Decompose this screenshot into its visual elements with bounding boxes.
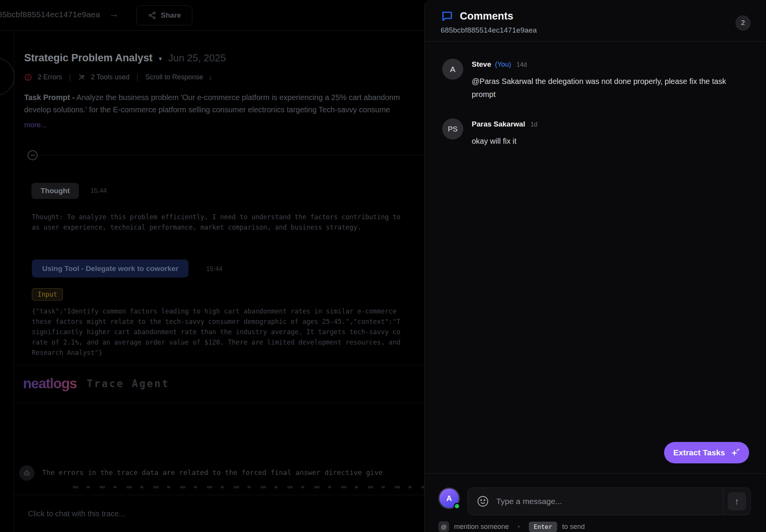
- share-icon: [148, 11, 156, 20]
- trace-header: Strategic Problem Analyst ▼ Jun 25, 2025: [24, 52, 226, 64]
- minus-icon: [31, 155, 35, 156]
- task-prompt-label: Task Prompt -: [24, 93, 75, 102]
- arrow-down-icon: ↓: [208, 73, 212, 81]
- share-button[interactable]: Share: [136, 5, 192, 25]
- comment-author[interactable]: Steve: [472, 60, 491, 69]
- send-button[interactable]: ↑: [728, 492, 746, 511]
- input-badge: Input: [32, 288, 63, 300]
- message-box: ↑: [467, 488, 751, 515]
- comments-title: Comments: [460, 10, 513, 22]
- brand-product-label: Trace Agent: [87, 378, 169, 389]
- message-input[interactable]: [489, 488, 723, 515]
- thought-text-line2: as user experience, technical performanc…: [32, 223, 361, 231]
- mention-hint-label: mention someone: [454, 523, 509, 531]
- comments-header: Comments 2 685bcbf885514ec1471e9aea: [425, 0, 766, 42]
- arrow-up-icon: ↑: [735, 496, 739, 507]
- trace-date: Jun 25, 2025: [168, 52, 226, 64]
- app-root: 85bcbf885514ec1471e9aea → Share Strategi…: [0, 0, 766, 532]
- comments-panel: Comments 2 685bcbf885514ec1471e9aea A St…: [424, 0, 766, 532]
- tools-count-label: 2 Tools used: [91, 73, 130, 81]
- online-status-dot: [454, 503, 460, 509]
- comments-count-badge: 2: [735, 15, 751, 31]
- left-panel-divider: [14, 31, 14, 532]
- task-prompt-line1: Task Prompt - Analyze the business probl…: [24, 93, 400, 102]
- send-hint-label: to send: [562, 523, 585, 531]
- error-icon: [24, 73, 32, 81]
- avatar: PS: [442, 118, 463, 140]
- edge-ring-decoration: [0, 57, 15, 96]
- clipped-text-remnant: [73, 486, 456, 488]
- thought-timestamp: 15:44: [90, 187, 107, 195]
- extract-tasks-label: Extract Tasks: [673, 448, 725, 457]
- you-tag: (You): [495, 61, 511, 69]
- comment-timestamp: 1d: [530, 121, 537, 128]
- at-mention-chip[interactable]: @: [438, 521, 449, 532]
- thought-badge[interactable]: Thought: [31, 183, 79, 199]
- tool-input-json-line: {"task":"Identify common factors leading…: [32, 307, 397, 315]
- goto-trace-arrow-icon[interactable]: →: [109, 8, 119, 20]
- meta-separator: |: [135, 73, 140, 82]
- trace-chat-input[interactable]: [28, 506, 373, 521]
- page-title[interactable]: Strategic Problem Analyst: [24, 52, 153, 64]
- chevron-down-icon[interactable]: ▼: [158, 54, 163, 62]
- comment-author[interactable]: Paras Sakarwal: [472, 120, 525, 128]
- using-tool-badge[interactable]: Using Tool - Delegate work to coworker: [32, 259, 189, 277]
- dot-separator: •: [514, 523, 524, 530]
- robot-avatar: [19, 465, 34, 481]
- brand-row: neatlogs Trace Agent: [23, 376, 169, 392]
- scroll-to-response-link[interactable]: Scroll to Response: [145, 73, 203, 81]
- meta-separator: |: [67, 73, 72, 82]
- trace-analysis-text: The errors in the trace data are related…: [42, 468, 383, 476]
- send-separator: [723, 488, 723, 515]
- thought-text-line1: Thought: To analyze this problem efficie…: [32, 213, 400, 221]
- input-hint-row: @ mention someone • Enter to send: [425, 515, 766, 532]
- tool-input-json-line: these factors might relate to the tech-s…: [32, 318, 400, 325]
- more-link[interactable]: more...: [24, 121, 47, 129]
- comments-list: A Steve (You) 14d @Paras Sakarwal the de…: [425, 42, 766, 473]
- tool-timestamp: 15:44: [206, 265, 223, 273]
- comment-item: PS Paras Sakarwal 1d okay will fix it: [442, 118, 748, 148]
- robot-icon: [23, 469, 31, 477]
- comment-text: okay will fix it: [472, 135, 537, 148]
- collapse-step-button[interactable]: [28, 150, 38, 160]
- errors-count-label: 2 Errors: [38, 73, 62, 81]
- emoji-icon[interactable]: [476, 495, 489, 508]
- extract-tasks-button[interactable]: Extract Tasks: [664, 442, 749, 463]
- task-prompt-line2: develop solutions.' for the E-commerce p…: [24, 105, 390, 114]
- tools-icon: [78, 74, 85, 81]
- trace-meta-row: 2 Errors | 2 Tools used | Scroll to Resp…: [24, 73, 212, 82]
- task-prompt-text1: Analyze the business problem 'Our e-comm…: [76, 93, 400, 102]
- comments-trace-id: 685bcbf885514ec1471e9aea: [441, 26, 751, 34]
- comment-input-area: A ↑: [425, 473, 766, 515]
- neatlogs-logo[interactable]: neatlogs: [23, 376, 77, 392]
- trace-id-text: 85bcbf885514ec1471e9aea: [0, 10, 100, 19]
- tool-input-json-line: rate of 2.1%, and an average order value…: [32, 338, 400, 346]
- tool-input-json-line: Research Analyst"}: [32, 349, 102, 356]
- comment-bubble-icon: [441, 10, 453, 22]
- my-avatar: A: [438, 488, 460, 509]
- tool-input-json-line: significantly higher cart abandonment ra…: [32, 328, 400, 336]
- comment-text: @Paras Sakarwal the delegation was not d…: [472, 75, 732, 101]
- share-button-label: Share: [161, 11, 181, 20]
- sparkles-icon: [730, 448, 740, 458]
- avatar: A: [442, 59, 463, 80]
- comment-item: A Steve (You) 14d @Paras Sakarwal the de…: [442, 59, 748, 101]
- comment-timestamp: 14d: [517, 61, 527, 68]
- enter-key-chip: Enter: [529, 522, 557, 532]
